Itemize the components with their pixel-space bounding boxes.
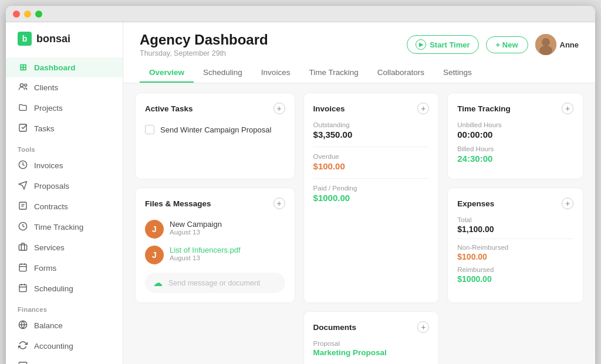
time-tracking-header: Time Tracking + <box>457 103 573 114</box>
cloud-icon: ☁ <box>153 277 163 288</box>
tab-invoices[interactable]: Invoices <box>252 63 300 83</box>
new-button-label: + New <box>496 40 518 49</box>
page-subtitle: Thursday, September 29th <box>140 49 268 57</box>
close-dot[interactable] <box>13 11 20 18</box>
exp-non-reimbursed: Non-Reimbursed $100.00 <box>457 244 573 261</box>
outstanding-value: $3,350.00 <box>313 130 430 140</box>
message-title-2[interactable]: List of Infuencers.pdf <box>170 246 241 254</box>
taxes-icon <box>18 361 28 364</box>
maximize-dot[interactable] <box>35 11 42 18</box>
sidebar-item-forms[interactable]: Forms <box>6 258 123 278</box>
invoices-header: Invoices + <box>313 103 430 114</box>
scheduling-icon <box>18 283 28 294</box>
sidebar-label-time-tracking: Time Tracking <box>34 223 83 232</box>
sidebar-item-proposals[interactable]: Proposals <box>6 176 123 196</box>
sidebar-label-forms: Forms <box>34 264 56 273</box>
sidebar-label-clients: Clients <box>34 83 58 92</box>
new-button[interactable]: + New <box>486 36 528 53</box>
message-item-1: J New Campaign August 13 <box>145 216 285 242</box>
user-name: Anne <box>560 40 579 49</box>
message-item-2: J List of Infuencers.pdf August 13 <box>145 242 285 268</box>
sidebar-item-invoices[interactable]: Invoices <box>6 155 123 176</box>
balance-icon <box>18 320 28 331</box>
invoices-paid-pending: Paid / Pending $1000.00 <box>313 185 430 203</box>
logo-text: bonsai <box>36 33 70 45</box>
tab-collaborators[interactable]: Collaborators <box>368 63 434 83</box>
minimize-dot[interactable] <box>24 11 31 18</box>
sidebar: b bonsai ⊞ Dashboard Clients <box>6 22 123 364</box>
sidebar-label-projects: Projects <box>34 104 63 113</box>
sidebar-item-services[interactable]: Services <box>6 237 123 258</box>
invoices-card: Invoices + Outstanding $3,350.00 Overdue… <box>303 93 440 303</box>
sidebar-label-proposals: Proposals <box>34 182 69 190</box>
reimbursed-label: Reimbursed <box>457 266 573 273</box>
time-tracking-card: Time Tracking + Unbilled Hours 00:00:00 … <box>447 93 583 179</box>
sidebar-label-dashboard: Dashboard <box>34 63 76 72</box>
sidebar-item-accounting[interactable]: Accounting <box>6 336 123 356</box>
sidebar-label-accounting: Accounting <box>34 342 73 351</box>
sidebar-item-clients[interactable]: Clients <box>6 77 123 98</box>
tab-overview[interactable]: Overview <box>140 63 194 83</box>
active-tasks-add-button[interactable]: + <box>274 103 285 114</box>
task-checkbox[interactable] <box>145 125 154 134</box>
documents-add-button[interactable]: + <box>417 321 429 333</box>
sidebar-item-projects[interactable]: Projects <box>6 98 123 118</box>
sidebar-item-taxes[interactable]: Taxes <box>6 356 123 364</box>
invoices-icon <box>18 160 28 171</box>
sidebar-item-scheduling[interactable]: Scheduling <box>6 278 123 299</box>
time-tracking-add-button[interactable]: + <box>562 103 573 114</box>
sidebar-item-dashboard[interactable]: ⊞ Dashboard <box>6 57 123 77</box>
documents-header: Documents + <box>313 321 430 333</box>
sidebar-item-tasks[interactable]: Tasks <box>6 118 123 139</box>
time-tracking-icon <box>18 222 28 233</box>
exp-total: Total $1,100.00 <box>457 216 573 234</box>
sidebar-label-scheduling: Scheduling <box>34 284 73 293</box>
start-timer-label: Start Timer <box>430 40 470 49</box>
clients-icon <box>18 82 28 93</box>
message-input-area[interactable]: ☁ Send message or document <box>145 273 285 293</box>
files-messages-add-button[interactable]: + <box>274 198 285 209</box>
expenses-header: Expenses + <box>457 198 573 209</box>
active-tasks-card: Active Tasks + Send Winter Campaign Prop… <box>135 93 295 179</box>
files-messages-card: Files & Messages + J New Campaign August… <box>135 188 295 303</box>
doc-proposal: Proposal Marketing Proposal <box>313 340 430 357</box>
sidebar-item-time-tracking[interactable]: Time Tracking <box>6 217 123 237</box>
tt-billed: Billed Hours 24:30:00 <box>457 145 573 164</box>
sidebar-label-services: Services <box>34 243 65 252</box>
tab-scheduling[interactable]: Scheduling <box>194 63 252 83</box>
proposal-value[interactable]: Marketing Proposal <box>313 348 430 357</box>
message-avatar-2: J <box>145 246 164 264</box>
documents-title: Documents <box>313 323 357 332</box>
message-content-2: List of Infuencers.pdf August 13 <box>170 246 241 261</box>
tab-time-tracking[interactable]: Time Tracking <box>299 63 367 83</box>
sidebar-nav: ⊞ Dashboard Clients Projects <box>6 57 123 364</box>
message-date-1: August 13 <box>170 229 222 236</box>
billed-value: 24:30:00 <box>457 154 573 164</box>
sidebar-item-balance[interactable]: Balance <box>6 315 123 336</box>
svg-rect-13 <box>19 285 26 292</box>
header-top: Agency Dashboard Thursday, September 29t… <box>140 32 579 57</box>
tab-settings[interactable]: Settings <box>434 63 481 83</box>
svg-point-1 <box>25 84 27 86</box>
message-content-1: New Campaign August 13 <box>170 220 222 236</box>
play-icon: ▶ <box>416 39 426 50</box>
tasks-icon <box>18 123 28 134</box>
sidebar-label-invoices: Invoices <box>34 161 63 170</box>
services-icon <box>18 242 28 253</box>
start-timer-button[interactable]: ▶ Start Timer <box>407 35 478 54</box>
projects-icon <box>18 103 28 114</box>
svg-point-23 <box>539 46 552 55</box>
overdue-value: $100.00 <box>313 161 430 171</box>
expenses-add-button[interactable]: + <box>562 198 573 209</box>
invoices-title: Invoices <box>313 104 345 113</box>
message-title-1: New Campaign <box>170 220 222 229</box>
app-window: b bonsai ⊞ Dashboard Clients <box>6 6 595 364</box>
unbilled-label: Unbilled Hours <box>457 121 573 128</box>
billed-label: Billed Hours <box>457 145 573 152</box>
svg-rect-2 <box>19 124 26 131</box>
sidebar-item-contracts[interactable]: Contracts <box>6 196 123 217</box>
outstanding-label: Outstanding <box>313 121 430 128</box>
main-content: Agency Dashboard Thursday, September 29t… <box>123 22 595 364</box>
invoices-add-button[interactable]: + <box>417 103 429 114</box>
logo-area: b bonsai <box>6 32 123 57</box>
